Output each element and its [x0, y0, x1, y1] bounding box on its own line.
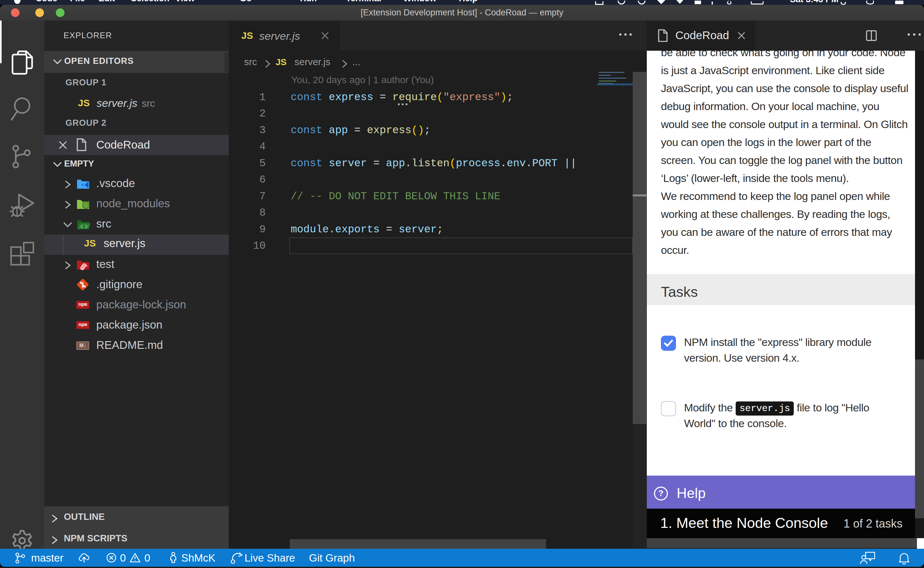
- svg-text:?: ?: [658, 488, 663, 498]
